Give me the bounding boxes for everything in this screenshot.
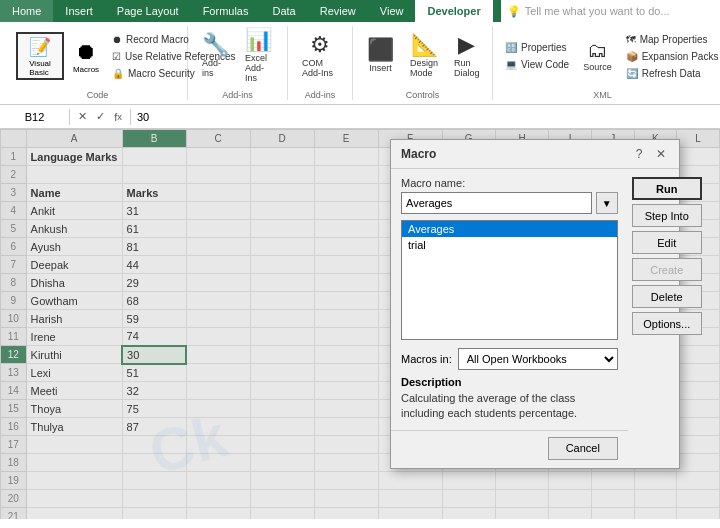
design-mode-button[interactable]: 📐 Design Mode — [404, 31, 444, 81]
source-icon: 🗂 — [587, 40, 607, 60]
expansion-icon: 📦 — [626, 51, 638, 62]
step-into-button[interactable]: Step Into — [632, 204, 702, 227]
tab-view[interactable]: View — [368, 0, 416, 22]
addins-group: 🔧 Add-ins 📊 Excel Add-Ins Add-ins — [188, 26, 288, 100]
modal-overlay: Macro ? ✕ Macro name: ▼ Averagestria — [0, 129, 720, 519]
description-label: Description — [401, 376, 618, 388]
excel-addins-button[interactable]: 📊 Excel Add-Ins — [239, 26, 279, 86]
modal-help-button[interactable]: ? — [631, 146, 647, 162]
refresh-data-button[interactable]: 🔄 Refresh Data — [622, 66, 720, 81]
modal-side-buttons: Run Step Into Edit Create Delete Options… — [628, 169, 712, 468]
edit-button[interactable]: Edit — [632, 231, 702, 254]
macro-list[interactable]: Averagestrial — [401, 220, 618, 340]
modal-titlebar: Macro ? ✕ — [391, 140, 679, 169]
code-group-label: Code — [16, 86, 179, 100]
design-icon: 📐 — [411, 34, 438, 56]
insert-icon: ⬛ — [367, 39, 394, 61]
controls-group: ⬛ Insert 📐 Design Mode ▶ Run Dialog Cont… — [353, 26, 493, 100]
code-group: 📝 VisualBasic ⏺ Macros ⏺ Record Macro ☑ … — [8, 26, 188, 100]
insert-function-icon[interactable]: fx — [110, 109, 126, 125]
controls-group-items: ⬛ Insert 📐 Design Mode ▶ Run Dialog — [361, 26, 486, 86]
com-addins-button[interactable]: ⚙ COM Add-Ins — [296, 31, 344, 81]
modal-title: Macro — [401, 147, 436, 161]
tab-formulas[interactable]: Formulas — [191, 0, 261, 22]
formula-input[interactable]: 30 — [131, 109, 720, 125]
macro-browse-button[interactable]: ▼ — [596, 192, 618, 214]
excel-addins-icon: 📊 — [245, 29, 272, 51]
tab-insert[interactable]: Insert — [53, 0, 105, 22]
xml-group: 🔠 Properties 💻 View Code 🗂 Source 🗺 Map … — [493, 26, 712, 100]
cell-reference-box[interactable]: B12 — [0, 109, 70, 125]
modal-layout: Macro name: ▼ Averagestrial Macros in: A… — [391, 169, 679, 468]
modal-left-panel: Macro name: ▼ Averagestrial Macros in: A… — [391, 169, 628, 468]
view-code-icon: 💻 — [505, 59, 517, 70]
lightbulb-icon: 💡 — [507, 5, 521, 18]
properties-button[interactable]: 🔠 Properties — [501, 40, 573, 55]
tell-me-box[interactable]: 💡 Tell me what you want to do... — [501, 0, 720, 22]
description-text: Calculating the average of the class inc… — [401, 391, 618, 422]
run-dialog-button[interactable]: ▶ Run Dialog — [448, 31, 486, 81]
macro-name-input[interactable] — [401, 192, 592, 214]
ribbon-content: 📝 VisualBasic ⏺ Macros ⏺ Record Macro ☑ … — [0, 22, 720, 105]
macro-list-item[interactable]: Averages — [402, 221, 617, 237]
modal-footer: Cancel — [391, 430, 628, 468]
xml-right-col: 🗺 Map Properties 📦 Expansion Packs 🔄 Ref… — [622, 32, 720, 81]
com-addins-group: ⚙ COM Add-Ins Add-ins — [288, 26, 353, 100]
addins-group-items: 🔧 Add-ins 📊 Excel Add-Ins — [196, 26, 279, 86]
macros-button[interactable]: ⏺ Macros — [68, 32, 104, 80]
refresh-icon: 🔄 — [626, 68, 638, 79]
modal-close-button[interactable]: ✕ — [653, 146, 669, 162]
macro-name-label: Macro name: — [401, 177, 618, 189]
record-icon: ⏺ — [112, 34, 122, 45]
com-addins-label: Add-ins — [296, 86, 344, 100]
addins-group-label: Add-ins — [196, 86, 279, 100]
tab-data[interactable]: Data — [260, 0, 307, 22]
source-button[interactable]: 🗂 Source — [577, 37, 618, 75]
tab-review[interactable]: Review — [308, 0, 368, 22]
spreadsheet-area: Ck A B C D E F G H I J K L 1Language Mar… — [0, 129, 720, 519]
macro-dialog: Macro ? ✕ Macro name: ▼ Averagestria — [390, 139, 680, 469]
ribbon-tabs: Home Insert Page Layout Formulas Data Re… — [0, 0, 720, 22]
create-button[interactable]: Create — [632, 258, 702, 281]
confirm-formula-icon[interactable]: ✓ — [92, 109, 108, 125]
view-code-button[interactable]: 💻 View Code — [501, 57, 573, 72]
xml-group-items: 🔠 Properties 💻 View Code 🗂 Source 🗺 Map … — [501, 26, 720, 86]
properties-icon: 🔠 — [505, 42, 517, 53]
modal-controls: ? ✕ — [631, 146, 669, 162]
macros-in-label: Macros in: — [401, 353, 452, 365]
com-addins-items: ⚙ COM Add-Ins — [296, 26, 344, 86]
modal-body: Macro name: ▼ Averagestrial Macros in: A… — [391, 169, 628, 430]
relative-icon: ☑ — [112, 51, 121, 62]
options-button[interactable]: Options... — [632, 312, 702, 335]
map-properties-button[interactable]: 🗺 Map Properties — [622, 32, 720, 47]
delete-button[interactable]: Delete — [632, 285, 702, 308]
formula-bar: B12 ✕ ✓ fx 30 — [0, 105, 720, 129]
com-icon: ⚙ — [310, 34, 330, 56]
macro-list-item[interactable]: trial — [402, 237, 617, 253]
tab-page-layout[interactable]: Page Layout — [105, 0, 191, 22]
xml-left-col: 🔠 Properties 💻 View Code — [501, 40, 573, 72]
visual-macros-area: 📝 VisualBasic ⏺ Macros — [16, 32, 104, 80]
addins-button[interactable]: 🔧 Add-ins — [196, 31, 235, 81]
formula-icons: ✕ ✓ fx — [70, 109, 131, 125]
tab-home[interactable]: Home — [0, 0, 53, 22]
tab-developer[interactable]: Developer — [415, 0, 492, 22]
macros-in-select[interactable]: All Open WorkbooksThis WorkbookPersonal … — [458, 348, 618, 370]
macros-in-row: Macros in: All Open WorkbooksThis Workbo… — [401, 348, 618, 370]
run-dialog-icon: ▶ — [458, 34, 475, 56]
map-props-icon: 🗺 — [626, 34, 636, 45]
security-icon: 🔒 — [112, 68, 124, 79]
macro-name-row: ▼ — [401, 192, 618, 214]
cancel-formula-icon[interactable]: ✕ — [74, 109, 90, 125]
insert-control-button[interactable]: ⬛ Insert — [361, 36, 400, 76]
addins-icon: 🔧 — [202, 34, 229, 56]
expansion-packs-button[interactable]: 📦 Expansion Packs — [622, 49, 720, 64]
controls-group-label: Controls — [361, 86, 484, 100]
run-button[interactable]: Run — [632, 177, 702, 200]
cancel-button[interactable]: Cancel — [548, 437, 618, 460]
xml-group-label: XML — [501, 86, 704, 100]
visual-basic-button[interactable]: 📝 VisualBasic — [16, 32, 64, 80]
